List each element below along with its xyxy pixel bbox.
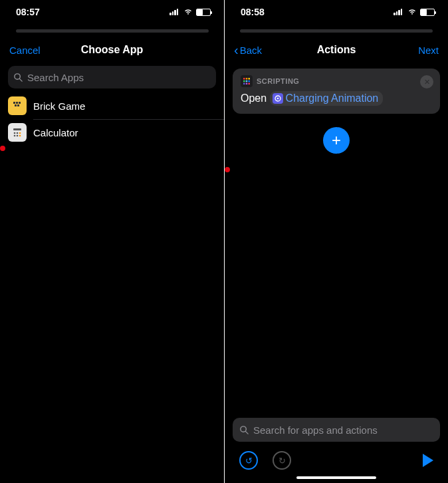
app-icon	[8, 96, 27, 115]
search-input[interactable]: Search for apps and actions	[233, 418, 440, 442]
signal-icon	[393, 9, 404, 15]
svg-rect-22	[243, 83, 245, 85]
svg-line-28	[245, 431, 248, 434]
svg-line-1	[19, 79, 22, 81]
svg-point-14	[17, 135, 19, 137]
svg-rect-21	[249, 80, 251, 82]
list-item[interactable]: Calculator	[8, 119, 224, 146]
status-time: 08:58	[241, 7, 265, 17]
list-item[interactable]: Brick Game	[8, 92, 224, 119]
app-variable-label: Charging Animation	[286, 92, 379, 104]
back-label: Back	[240, 45, 262, 56]
svg-rect-24	[249, 83, 251, 85]
svg-point-10	[14, 132, 16, 134]
search-placeholder: Search Apps	[27, 72, 84, 83]
redo-button: ↻	[273, 451, 291, 470]
undo-button[interactable]: ↺	[239, 451, 258, 470]
svg-rect-6	[15, 104, 17, 106]
add-action-button[interactable]: +	[323, 127, 350, 154]
svg-point-15	[19, 135, 21, 137]
search-icon	[13, 73, 23, 82]
status-time: 08:57	[16, 7, 40, 17]
phone-left: 08:57 Cancel Choose App Search Apps Bric…	[0, 0, 224, 483]
search-icon	[239, 425, 249, 435]
page-title: Choose App	[56, 44, 168, 56]
run-button[interactable]	[423, 454, 433, 467]
wifi-icon	[407, 9, 417, 15]
chevron-left-icon: ‹	[234, 43, 239, 57]
svg-rect-9	[13, 128, 21, 130]
nav-bar: ‹ Back Actions Next	[225, 35, 448, 65]
close-icon[interactable]: ✕	[420, 75, 433, 88]
scripting-icon	[241, 75, 253, 87]
charging-animation-icon	[273, 93, 283, 104]
app-list: Brick GameCalculator	[0, 92, 224, 146]
status-bar: 08:57	[0, 0, 224, 24]
action-card[interactable]: SCRIPTING ✕ Open Charging Animation	[233, 69, 440, 114]
card-header: SCRIPTING	[241, 75, 432, 87]
svg-rect-19	[243, 80, 245, 82]
signal-icon	[169, 9, 180, 15]
card-category: SCRIPTING	[257, 77, 299, 85]
app-variable-pill[interactable]: Charging Animation	[270, 91, 384, 106]
svg-rect-16	[243, 78, 245, 80]
status-bar: 08:58	[225, 0, 448, 24]
app-name: Brick Game	[33, 100, 85, 112]
svg-point-26	[277, 98, 279, 100]
svg-rect-18	[249, 78, 251, 80]
svg-rect-17	[246, 78, 248, 80]
toolbar: ↺ ↻	[225, 446, 448, 475]
battery-icon	[420, 9, 435, 16]
svg-rect-4	[16, 102, 18, 104]
svg-point-12	[19, 132, 21, 134]
battery-icon	[196, 9, 211, 16]
drag-handle[interactable]	[16, 29, 209, 33]
next-button[interactable]: Next	[392, 45, 439, 56]
status-icons	[169, 9, 211, 16]
page-title: Actions	[280, 44, 392, 56]
status-icons	[393, 9, 435, 16]
bottom-panel: Search for apps and actions ↺ ↻	[225, 418, 448, 483]
app-name: Calculator	[33, 127, 78, 138]
svg-rect-3	[13, 102, 15, 104]
cancel-button[interactable]: Cancel	[9, 45, 56, 56]
drag-handle[interactable]	[240, 29, 433, 33]
svg-point-13	[14, 135, 16, 137]
svg-point-11	[17, 132, 19, 134]
search-placeholder: Search for apps and actions	[253, 424, 378, 436]
svg-rect-5	[19, 102, 21, 104]
highlight-box-right	[225, 167, 230, 172]
phone-right: 08:58 ‹ Back Actions Next SCRIPTING	[224, 0, 448, 483]
highlight-box-left	[0, 146, 5, 151]
search-input[interactable]: Search Apps	[8, 66, 216, 88]
back-button[interactable]: ‹ Back	[234, 43, 280, 57]
wifi-icon	[183, 9, 193, 15]
svg-rect-23	[246, 83, 248, 85]
svg-rect-7	[17, 104, 19, 106]
svg-rect-20	[246, 80, 248, 82]
nav-bar: Cancel Choose App	[0, 35, 224, 65]
card-body: Open Charging Animation	[241, 91, 432, 106]
app-icon	[8, 123, 27, 142]
home-indicator[interactable]	[296, 476, 376, 479]
open-label: Open	[241, 92, 267, 104]
